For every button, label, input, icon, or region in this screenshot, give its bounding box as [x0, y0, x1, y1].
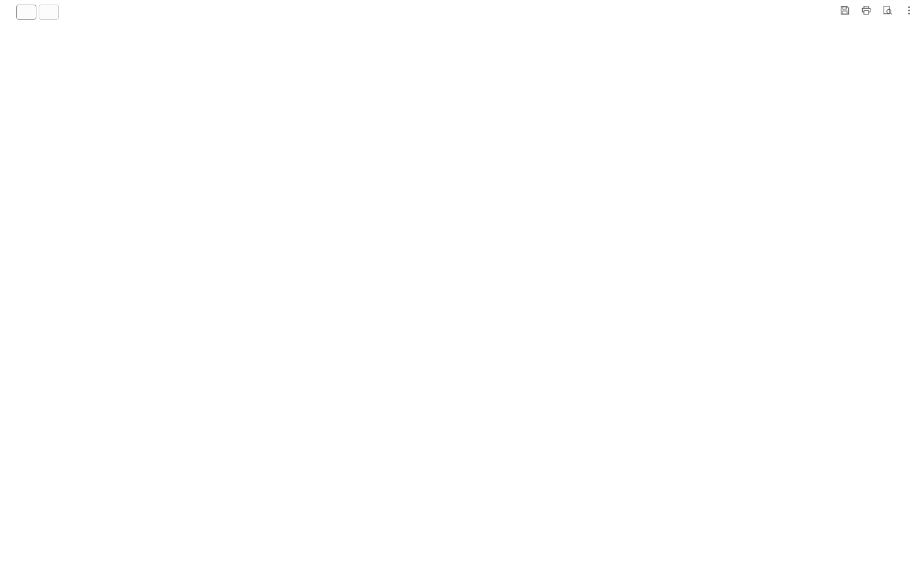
forward-button[interactable] — [39, 5, 59, 20]
nav-buttons — [16, 5, 59, 20]
toolbar — [0, 0, 924, 27]
grouping-tree — [0, 28, 64, 564]
save-icon — [840, 5, 850, 17]
more-button[interactable] — [903, 5, 915, 17]
save-button[interactable] — [839, 5, 851, 17]
toolbar-icons — [839, 5, 915, 17]
spreadsheet-area — [0, 28, 924, 564]
preview-icon — [882, 5, 893, 17]
preview-button[interactable] — [882, 5, 893, 17]
kebab-icon — [904, 5, 914, 17]
print-button[interactable] — [860, 5, 872, 17]
print-icon — [861, 5, 871, 17]
back-button[interactable] — [16, 5, 36, 20]
